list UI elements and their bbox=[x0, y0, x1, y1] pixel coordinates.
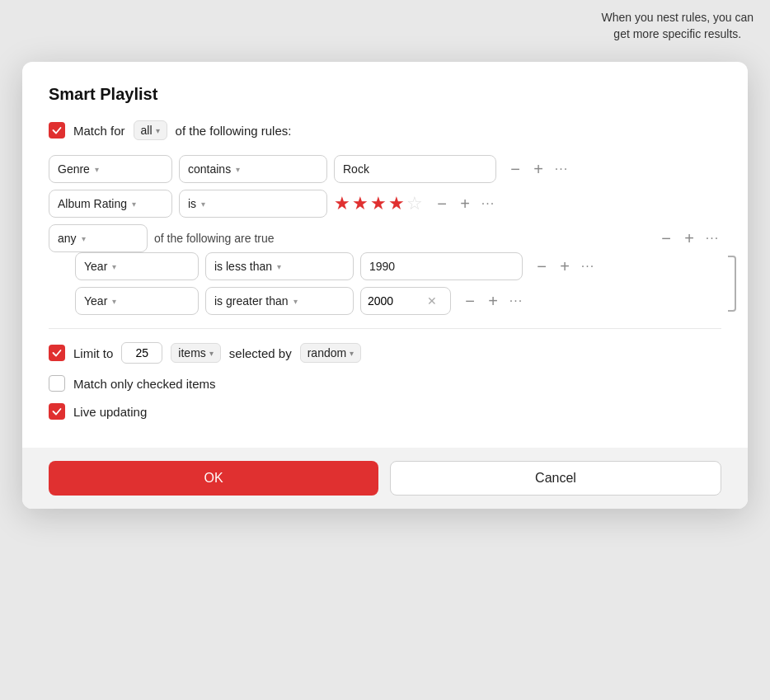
chevron-down-icon: ▾ bbox=[209, 349, 214, 358]
table-row: Year ▾ is less than ▾ − + ··· bbox=[75, 252, 721, 280]
genre-add-button[interactable]: + bbox=[529, 160, 547, 178]
chevron-down-icon: ▾ bbox=[95, 165, 99, 174]
star-3[interactable]: ★ bbox=[370, 193, 387, 214]
year2-operator-select[interactable]: is greater than ▾ bbox=[205, 287, 354, 315]
genre-operator-select[interactable]: contains ▾ bbox=[179, 155, 327, 183]
album-rating-add-button[interactable]: + bbox=[456, 195, 474, 213]
live-updating-row: Live updating bbox=[49, 403, 721, 420]
chevron-down-icon: ▾ bbox=[201, 200, 205, 209]
dialog-title: Smart Playlist bbox=[49, 85, 721, 104]
year1-operator-select[interactable]: is less than ▾ bbox=[205, 252, 354, 280]
chevron-down-icon: ▾ bbox=[236, 165, 240, 174]
rules-area: Genre ▾ contains ▾ − + ··· Album Rating bbox=[49, 155, 721, 315]
dialog-footer: OK Cancel bbox=[22, 448, 748, 509]
nested-rules-area: Year ▾ is less than ▾ − + ··· bbox=[75, 252, 721, 315]
selected-by-select[interactable]: random ▾ bbox=[300, 343, 361, 363]
any-group-remove-button[interactable]: − bbox=[657, 229, 675, 247]
match-only-checked-label: Match only checked items bbox=[73, 377, 216, 391]
genre-more-button[interactable]: ··· bbox=[552, 160, 570, 178]
smart-playlist-dialog: Smart Playlist Match for all ▾ of the fo… bbox=[22, 62, 748, 509]
album-rating-operator-select[interactable]: is ▾ bbox=[179, 190, 327, 218]
table-row: Album Rating ▾ is ▾ ★ ★ ★ ★ ☆ − + ·· bbox=[49, 190, 721, 218]
year2-remove-button[interactable]: − bbox=[461, 292, 479, 310]
any-group-label: of the following are true bbox=[154, 232, 275, 245]
match-for-select[interactable]: all ▾ bbox=[134, 120, 167, 140]
genre-remove-button[interactable]: − bbox=[506, 160, 524, 178]
chevron-down-icon: ▾ bbox=[82, 234, 86, 243]
nested-bracket-decoration bbox=[728, 256, 736, 312]
chevron-down-icon: ▾ bbox=[132, 200, 136, 209]
table-row: Year ▾ is greater than ▾ ✕ − bbox=[75, 287, 721, 315]
chevron-down-icon: ▾ bbox=[350, 349, 354, 358]
match-for-checkbox[interactable] bbox=[49, 122, 65, 139]
year1-remove-button[interactable]: − bbox=[533, 257, 551, 275]
year1-rule-actions: − + ··· bbox=[533, 257, 597, 275]
chevron-down-icon: ▾ bbox=[112, 262, 116, 271]
any-group-more-button[interactable]: ··· bbox=[703, 229, 721, 247]
any-group-row: any ▾ of the following are true − + ··· bbox=[49, 224, 721, 252]
ok-button[interactable]: OK bbox=[49, 461, 378, 496]
any-group-add-button[interactable]: + bbox=[680, 229, 698, 247]
genre-field-select[interactable]: Genre ▾ bbox=[49, 155, 172, 183]
selected-by-label: selected by bbox=[229, 346, 292, 360]
live-updating-checkbox[interactable] bbox=[49, 403, 65, 420]
year1-add-button[interactable]: + bbox=[556, 257, 574, 275]
tooltip: When you nest rules, you can get more sp… bbox=[602, 10, 754, 42]
limit-value-input[interactable] bbox=[121, 342, 162, 364]
star-1[interactable]: ★ bbox=[334, 193, 350, 214]
limit-unit-select[interactable]: items ▾ bbox=[171, 343, 220, 363]
any-group-actions: − + ··· bbox=[657, 229, 721, 247]
limit-label: Limit to bbox=[73, 346, 113, 360]
genre-rule-actions: − + ··· bbox=[506, 160, 570, 178]
match-only-checked-checkbox[interactable] bbox=[49, 375, 65, 392]
chevron-down-icon: ▾ bbox=[293, 297, 298, 306]
match-for-label: Match for bbox=[73, 124, 125, 138]
star-2[interactable]: ★ bbox=[352, 193, 369, 214]
limit-checkbox[interactable] bbox=[49, 345, 65, 361]
year2-rule-actions: − + ··· bbox=[461, 292, 525, 310]
divider bbox=[49, 328, 721, 329]
chevron-down-icon: ▾ bbox=[112, 297, 116, 306]
cancel-button[interactable]: Cancel bbox=[390, 461, 721, 496]
dialog-body: Smart Playlist Match for all ▾ of the fo… bbox=[22, 62, 748, 448]
year2-add-button[interactable]: + bbox=[484, 292, 502, 310]
nested-group-container: any ▾ of the following are true − + ··· bbox=[49, 224, 721, 315]
table-row: Genre ▾ contains ▾ − + ··· bbox=[49, 155, 721, 183]
genre-value-input[interactable] bbox=[334, 155, 496, 183]
of-following-rules-label: of the following rules: bbox=[176, 124, 292, 138]
match-for-row: Match for all ▾ of the following rules: bbox=[49, 120, 721, 140]
year1-value-input[interactable] bbox=[360, 252, 523, 280]
album-rating-stars[interactable]: ★ ★ ★ ★ ☆ bbox=[334, 193, 423, 214]
year1-more-button[interactable]: ··· bbox=[579, 257, 597, 275]
year1-field-select[interactable]: Year ▾ bbox=[75, 252, 199, 280]
album-rating-rule-actions: − + ··· bbox=[433, 195, 497, 213]
year2-clear-button[interactable]: ✕ bbox=[425, 294, 439, 308]
album-rating-field-select[interactable]: Album Rating ▾ bbox=[49, 190, 172, 218]
album-rating-remove-button[interactable]: − bbox=[433, 195, 451, 213]
chevron-down-icon: ▾ bbox=[277, 262, 281, 271]
limit-row: Limit to items ▾ selected by random ▾ bbox=[49, 342, 721, 364]
any-field-select[interactable]: any ▾ bbox=[49, 224, 148, 252]
year2-field-select[interactable]: Year ▾ bbox=[75, 287, 199, 315]
match-only-checked-row: Match only checked items bbox=[49, 375, 721, 392]
year2-value-container: ✕ bbox=[360, 287, 451, 315]
year2-value-input[interactable] bbox=[368, 294, 425, 308]
star-4[interactable]: ★ bbox=[388, 193, 405, 214]
live-updating-label: Live updating bbox=[73, 405, 147, 419]
star-5[interactable]: ☆ bbox=[406, 193, 423, 214]
year2-more-button[interactable]: ··· bbox=[507, 292, 525, 310]
chevron-down-icon: ▾ bbox=[156, 126, 160, 135]
album-rating-more-button[interactable]: ··· bbox=[479, 195, 497, 213]
